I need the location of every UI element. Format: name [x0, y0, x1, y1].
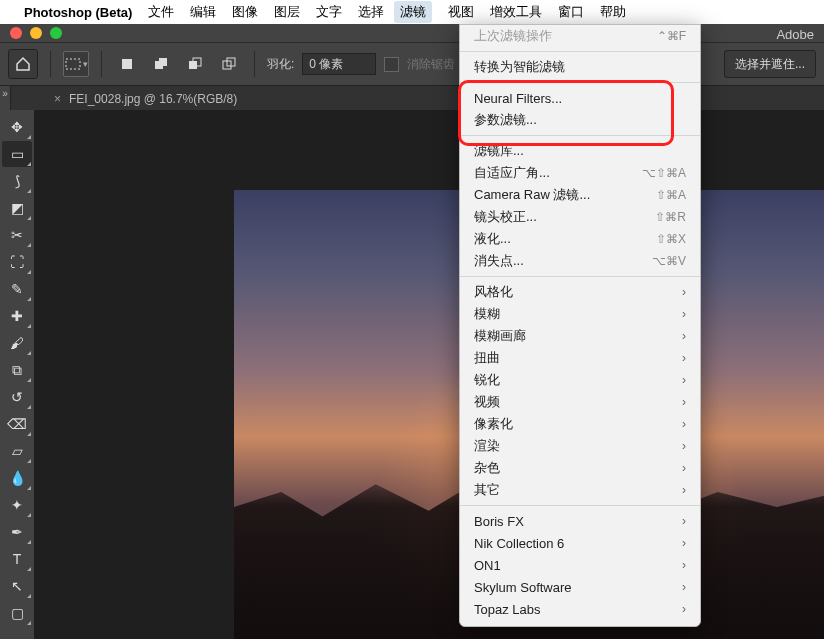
menubar-item-1[interactable]: 编辑: [190, 3, 216, 21]
eraser-tool[interactable]: ⌫: [2, 411, 32, 437]
menubar-item-4[interactable]: 文字: [316, 3, 342, 21]
menu-item[interactable]: 模糊画廊›: [460, 325, 700, 347]
menu-item[interactable]: 风格化›: [460, 281, 700, 303]
menu-item[interactable]: 自适应广角...⌥⇧⌘A: [460, 162, 700, 184]
feather-label: 羽化:: [267, 56, 294, 73]
blur-tool-icon: 💧: [9, 471, 26, 485]
selection-intersect-icon[interactable]: [216, 51, 242, 77]
object-select-tool[interactable]: ◩: [2, 195, 32, 221]
eyedropper-tool[interactable]: ✎: [2, 276, 32, 302]
chevron-right-icon: ›: [682, 514, 686, 528]
select-and-mask-button[interactable]: 选择并遮住...: [724, 50, 816, 78]
menu-item[interactable]: 视频›: [460, 391, 700, 413]
menu-item-label: 镜头校正...: [474, 208, 537, 226]
chevron-right-icon: ›: [682, 307, 686, 321]
eyedropper-tool-icon: ✎: [11, 282, 23, 296]
antialias-label: 消除锯齿: [407, 56, 455, 73]
menu-item[interactable]: 转换为智能滤镜: [460, 56, 700, 78]
type-tool[interactable]: T: [2, 546, 32, 572]
marquee-tool[interactable]: ▭: [2, 141, 32, 167]
menu-item[interactable]: 参数滤镜...: [460, 109, 700, 131]
clone-stamp-tool[interactable]: ⧉: [2, 357, 32, 383]
feather-input[interactable]: [302, 53, 376, 75]
menubar-item-0[interactable]: 文件: [148, 3, 174, 21]
menubar-item-3[interactable]: 图层: [274, 3, 300, 21]
document-tab-label: FEI_0028.jpg @ 16.7%(RGB/8): [69, 92, 237, 106]
blur-tool[interactable]: 💧: [2, 465, 32, 491]
svg-rect-1: [122, 59, 132, 69]
rectangle-tool[interactable]: ▢: [2, 600, 32, 626]
menu-item[interactable]: 扭曲›: [460, 347, 700, 369]
document-tab[interactable]: × FEI_0028.jpg @ 16.7%(RGB/8): [44, 86, 247, 112]
menu-item[interactable]: 锐化›: [460, 369, 700, 391]
move-tool[interactable]: ✥: [2, 114, 32, 140]
svg-rect-3: [159, 58, 167, 66]
menu-item-shortcut: ⌥⌘V: [652, 254, 686, 268]
menubar-item-6[interactable]: 滤镜: [394, 1, 432, 23]
menubar-item-10[interactable]: 帮助: [600, 3, 626, 21]
menu-item-label: ON1: [474, 558, 501, 573]
chevron-right-icon: ›: [682, 439, 686, 453]
home-button[interactable]: [8, 49, 38, 79]
menubar-item-7[interactable]: 视图: [448, 3, 474, 21]
menu-item[interactable]: ON1›: [460, 554, 700, 576]
menu-item[interactable]: 滤镜库...: [460, 140, 700, 162]
menu-item[interactable]: Neural Filters...: [460, 87, 700, 109]
canvas-area[interactable]: [34, 110, 824, 639]
menu-item[interactable]: 杂色›: [460, 457, 700, 479]
gradient-tool[interactable]: ▱: [2, 438, 32, 464]
marquee-icon: [65, 58, 81, 70]
marquee-tool-icon: ▭: [11, 147, 24, 161]
chevron-right-icon: ›: [682, 395, 686, 409]
menu-item-label: 参数滤镜...: [474, 111, 537, 129]
menu-item[interactable]: 镜头校正...⇧⌘R: [460, 206, 700, 228]
dodge-tool[interactable]: ✦: [2, 492, 32, 518]
object-select-tool-icon: ◩: [11, 201, 24, 215]
app-name[interactable]: Photoshop (Beta): [24, 5, 132, 20]
menu-item[interactable]: 其它›: [460, 479, 700, 501]
crop-tool[interactable]: ✂: [2, 222, 32, 248]
menu-item-label: 视频: [474, 393, 500, 411]
selection-new-icon[interactable]: [114, 51, 140, 77]
marquee-mode-button[interactable]: ▾: [63, 51, 89, 77]
frame-tool[interactable]: ⛶: [2, 249, 32, 275]
healing-brush-tool[interactable]: ✚: [2, 303, 32, 329]
menu-item[interactable]: Nik Collection 6›: [460, 532, 700, 554]
gradient-tool-icon: ▱: [12, 444, 23, 458]
menu-item[interactable]: 渲染›: [460, 435, 700, 457]
menu-item-label: Skylum Software: [474, 580, 572, 595]
close-tab-icon[interactable]: ×: [54, 92, 61, 106]
close-window-icon[interactable]: [10, 27, 22, 39]
history-brush-tool[interactable]: ↺: [2, 384, 32, 410]
menu-item[interactable]: 像素化›: [460, 413, 700, 435]
menubar-item-9[interactable]: 窗口: [558, 3, 584, 21]
mac-menubar: Photoshop (Beta) 文件编辑图像图层文字选择滤镜视图增效工具窗口帮…: [0, 0, 824, 24]
menu-item[interactable]: Topaz Labs›: [460, 598, 700, 620]
path-select-tool[interactable]: ↖: [2, 573, 32, 599]
menu-item[interactable]: Camera Raw 滤镜...⇧⌘A: [460, 184, 700, 206]
menu-item-shortcut: ⇧⌘R: [655, 210, 686, 224]
menubar-item-8[interactable]: 增效工具: [490, 3, 542, 21]
menu-item-label: 其它: [474, 481, 500, 499]
menubar-item-5[interactable]: 选择: [358, 3, 384, 21]
antialias-checkbox: [384, 57, 399, 72]
brush-tool[interactable]: 🖌: [2, 330, 32, 356]
menubar-item-2[interactable]: 图像: [232, 3, 258, 21]
pen-tool[interactable]: ✒: [2, 519, 32, 545]
crop-tool-icon: ✂: [11, 228, 23, 242]
zoom-window-icon[interactable]: [50, 27, 62, 39]
menu-item[interactable]: 消失点...⌥⌘V: [460, 250, 700, 272]
type-tool-icon: T: [13, 552, 22, 566]
selection-add-icon[interactable]: [148, 51, 174, 77]
menu-item[interactable]: Skylum Software›: [460, 576, 700, 598]
filter-menu-dropdown: 上次滤镜操作⌃⌘F转换为智能滤镜Neural Filters...参数滤镜...…: [459, 24, 701, 627]
menu-item: 上次滤镜操作⌃⌘F: [460, 25, 700, 47]
minimize-window-icon[interactable]: [30, 27, 42, 39]
selection-subtract-icon[interactable]: [182, 51, 208, 77]
menu-item[interactable]: Boris FX›: [460, 510, 700, 532]
menu-item-label: 滤镜库...: [474, 142, 524, 160]
menu-item-label: Boris FX: [474, 514, 524, 529]
menu-item[interactable]: 液化...⇧⌘X: [460, 228, 700, 250]
menu-item[interactable]: 模糊›: [460, 303, 700, 325]
lasso-tool[interactable]: ⟆: [2, 168, 32, 194]
